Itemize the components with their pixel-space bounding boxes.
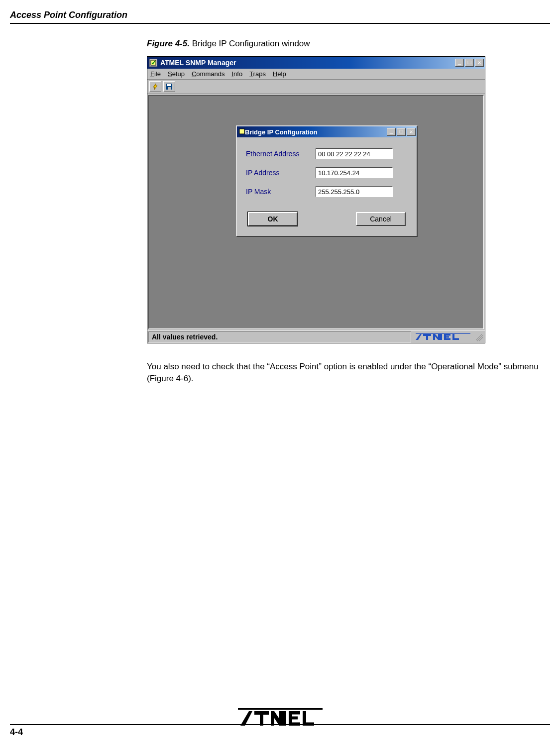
maximize-button[interactable]: □ [465, 59, 474, 67]
svg-rect-30 [289, 723, 300, 726]
dialog-title: Bridge IP Configuration [245, 128, 387, 136]
ip-mask-label: IP Mask [246, 188, 316, 196]
dialog-maximize-button[interactable]: □ [397, 128, 406, 136]
dialog-body: Ethernet Address IP Address IP Mask OK C… [237, 137, 417, 236]
svg-rect-5 [170, 88, 170, 89]
menu-file[interactable]: File [150, 70, 161, 78]
svg-rect-26 [283, 711, 286, 726]
menu-traps[interactable]: Traps [249, 70, 266, 78]
lightning-icon[interactable] [149, 81, 161, 92]
svg-marker-11 [433, 334, 440, 340]
atmel-logo-icon [416, 333, 470, 341]
page-number: 4-4 [10, 727, 23, 738]
svg-marker-21 [240, 711, 252, 726]
svg-rect-4 [168, 87, 171, 90]
body-paragraph: You also need to check that the “Access … [147, 361, 550, 385]
svg-rect-3 [167, 84, 171, 86]
svg-rect-16 [444, 338, 450, 340]
ethernet-address-label: Ethernet Address [246, 150, 316, 158]
save-icon[interactable] [163, 81, 175, 92]
svg-rect-29 [289, 717, 298, 720]
ip-row: IP Address [246, 167, 408, 178]
dialog-buttons: OK Cancel [246, 212, 408, 226]
svg-rect-19 [416, 333, 470, 334]
figure-caption: Figure 4-5. Bridge IP Configuration wind… [147, 39, 550, 49]
outer-titlebar[interactable]: ATMEL SNMP Manager _ □ ✕ [147, 57, 485, 69]
snmp-manager-window: ATMEL SNMP Manager _ □ ✕ File Setup Comm… [147, 57, 485, 343]
client-area: Bridge IP Configuration _ □ ✕ Ethernet A… [148, 95, 484, 329]
ip-address-input[interactable] [316, 167, 393, 178]
inner-titlebar[interactable]: Bridge IP Configuration _ □ ✕ [237, 126, 417, 137]
ok-button[interactable]: OK [248, 212, 298, 226]
status-text: All values retrieved. [148, 331, 411, 342]
close-button[interactable]: ✕ [475, 59, 484, 67]
menu-help[interactable]: Help [273, 70, 286, 78]
page-footer: 4-4 [10, 724, 550, 738]
toolbar [147, 80, 485, 94]
menu-setup[interactable]: Setup [168, 70, 185, 78]
svg-marker-1 [153, 84, 157, 90]
dialog-minimize-button[interactable]: _ [387, 128, 396, 136]
ethernet-row: Ethernet Address [246, 148, 408, 159]
dialog-window-controls: _ □ ✕ [387, 128, 416, 136]
figure-title-text: Bridge IP Configuration window [192, 39, 310, 48]
minimize-button[interactable]: _ [455, 59, 464, 67]
menubar: File Setup Commands Info Traps Help [147, 69, 485, 80]
ethernet-address-input[interactable] [316, 148, 393, 159]
svg-marker-7 [416, 334, 422, 340]
svg-rect-32 [303, 723, 314, 726]
svg-rect-9 [426, 334, 428, 340]
svg-rect-20 [238, 708, 323, 710]
svg-rect-23 [260, 711, 263, 726]
atmel-footer-logo-icon [238, 706, 323, 730]
window-controls: _ □ ✕ [455, 59, 484, 67]
svg-rect-12 [440, 334, 442, 340]
menu-info[interactable]: Info [231, 70, 242, 78]
bridge-ip-dialog: Bridge IP Configuration _ □ ✕ Ethernet A… [236, 125, 418, 237]
svg-rect-18 [452, 338, 459, 340]
ip-address-label: IP Address [246, 169, 316, 177]
menu-commands[interactable]: Commands [192, 70, 224, 78]
app-icon [149, 59, 157, 67]
outer-window-title: ATMEL SNMP Manager [160, 59, 455, 67]
ip-mask-input[interactable] [316, 186, 393, 197]
figure-label: Figure 4-5. [147, 39, 190, 48]
footer-logo [238, 706, 323, 732]
cancel-button[interactable]: Cancel [356, 212, 406, 226]
svg-rect-14 [444, 334, 450, 336]
svg-rect-28 [289, 711, 300, 715]
resize-grip-icon[interactable] [475, 331, 484, 342]
statusbar-brand [413, 331, 473, 342]
mask-row: IP Mask [246, 186, 408, 197]
dialog-close-button[interactable]: ✕ [407, 128, 416, 136]
svg-marker-25 [271, 711, 283, 726]
dialog-icon [239, 127, 245, 136]
page-header: Access Point Configuration [10, 10, 550, 24]
statusbar: All values retrieved. [147, 330, 485, 343]
screenshot-container: ATMEL SNMP Manager _ □ ✕ File Setup Comm… [147, 56, 485, 343]
svg-rect-6 [239, 129, 244, 134]
svg-rect-15 [444, 336, 449, 337]
